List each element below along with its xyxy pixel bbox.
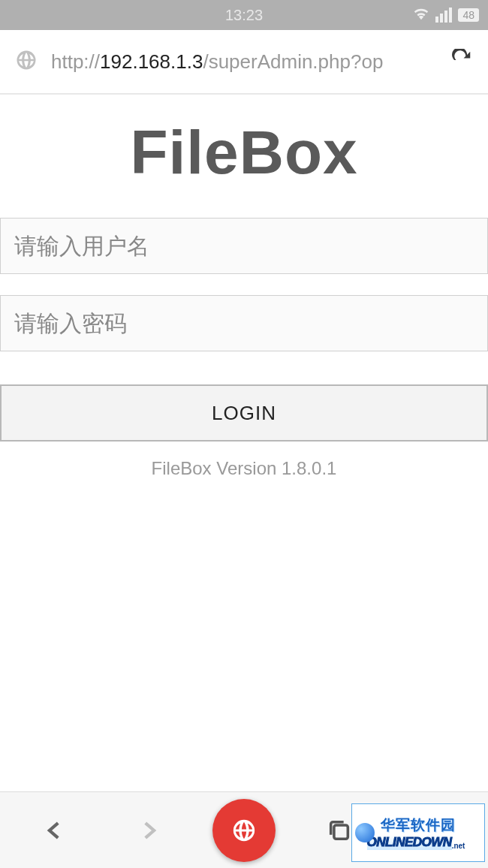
signal-icon (435, 8, 452, 23)
status-bar: 13:23 48 (0, 0, 488, 30)
status-time: 13:23 (225, 7, 263, 24)
browser-address-bar: http://192.168.1.3/superAdmin.php?op (0, 30, 488, 95)
watermark-globe-icon (355, 823, 375, 842)
home-button[interactable] (212, 799, 276, 862)
login-button[interactable]: LOGIN (0, 384, 488, 442)
forward-button[interactable] (119, 800, 179, 860)
url-path: /superAdmin.php?op (203, 50, 383, 73)
page-content: FileBox LOGIN FileBox Version 1.8.0.1 (0, 95, 488, 479)
refresh-icon[interactable] (450, 49, 473, 74)
password-input[interactable] (0, 295, 488, 351)
battery-level: 48 (458, 8, 479, 22)
url-host: 192.168.1.3 (100, 50, 203, 73)
watermark-overlay: 华军软件园 ONLINEDOWN .net (351, 803, 485, 862)
watermark-english: ONLINEDOWN (367, 835, 452, 850)
watermark-chinese: 华军软件园 (381, 815, 456, 835)
wifi-icon (413, 5, 429, 26)
url-display[interactable]: http://192.168.1.3/superAdmin.php?op (51, 50, 441, 74)
status-indicators: 48 (413, 5, 479, 26)
globe-icon (15, 49, 38, 74)
username-input[interactable] (0, 218, 488, 274)
version-text: FileBox Version 1.8.0.1 (0, 458, 488, 479)
url-prefix: http:// (51, 50, 100, 73)
svg-rect-0 (334, 824, 348, 838)
app-title: FileBox (0, 117, 488, 188)
watermark-url: .net (452, 842, 465, 850)
back-button[interactable] (25, 800, 85, 860)
